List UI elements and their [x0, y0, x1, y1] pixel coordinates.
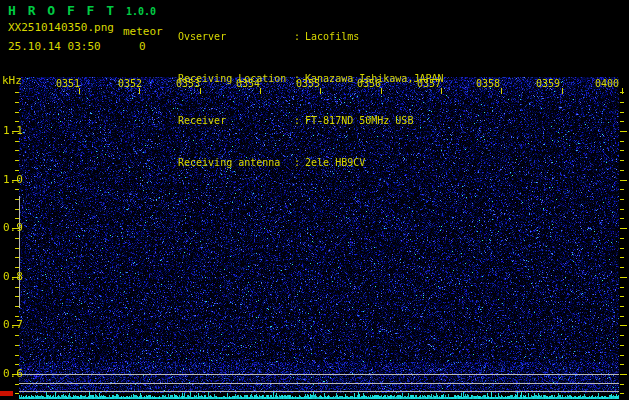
freq-tick-label: 1.1	[3, 124, 23, 137]
axis-tick	[620, 209, 624, 210]
info-label: Ovserver	[178, 30, 294, 44]
axis-tick	[15, 345, 19, 346]
axis-tick	[620, 160, 624, 161]
time-tick-label: 0357	[416, 78, 442, 89]
freq-tick-label: 0.7	[3, 318, 23, 331]
band-marker-line	[19, 383, 619, 384]
info-row-observer: Ovserver:Lacofilms	[178, 30, 444, 44]
axis-tick	[620, 257, 624, 258]
info-label: Receiver	[178, 114, 294, 128]
axis-tick	[620, 306, 624, 307]
info-label: Receiving antenna	[178, 156, 294, 170]
axis-tick	[15, 160, 19, 161]
axis-tick	[620, 374, 627, 375]
axis-tick	[501, 88, 502, 94]
band-marker-line	[19, 374, 619, 375]
freq-tick-label: 1.0	[3, 173, 23, 186]
time-tick-label: 0354	[235, 78, 261, 89]
axis-tick	[15, 364, 19, 365]
info-row-antenna: Receiving antenna:2ele HB9CV	[178, 156, 444, 170]
axis-tick	[15, 218, 19, 219]
axis-tick	[15, 306, 19, 307]
axis-tick	[620, 287, 624, 288]
axis-tick	[620, 325, 627, 326]
axis-tick	[562, 88, 563, 94]
axis-tick	[620, 112, 624, 113]
axis-tick	[620, 316, 624, 317]
axis-tick	[15, 257, 19, 258]
axis-tick	[620, 296, 624, 297]
axis-tick	[620, 189, 624, 190]
axis-tick	[15, 248, 19, 249]
axis-tick	[620, 248, 624, 249]
freq-tick-label: 0.6	[3, 367, 23, 380]
app-version: 1.0.0	[126, 6, 156, 17]
axis-tick	[15, 238, 19, 239]
axis-tick	[620, 170, 624, 171]
axis-tick	[15, 170, 19, 171]
axis-tick	[15, 102, 19, 103]
axis-tick	[15, 121, 19, 122]
time-tick-label: 0358	[475, 78, 501, 89]
axis-tick	[620, 121, 624, 122]
axis-tick	[620, 199, 624, 200]
axis-tick	[15, 189, 19, 190]
axis-tick	[15, 92, 19, 93]
axis-tick	[15, 316, 19, 317]
meteor-count: 0	[139, 40, 146, 53]
freq-tick-label: 0.9	[3, 221, 23, 234]
axis-tick	[620, 355, 624, 356]
time-tick-label: 0353	[175, 78, 201, 89]
axis-tick	[15, 355, 19, 356]
left-calibration-line	[19, 196, 20, 308]
axis-tick	[620, 102, 624, 103]
axis-tick	[620, 92, 624, 93]
info-value: 2ele HB9CV	[305, 157, 365, 168]
info-separator: :	[294, 115, 300, 126]
info-value: Lacofilms	[305, 31, 359, 42]
time-tick-label: 0351	[55, 78, 81, 89]
axis-tick	[15, 287, 19, 288]
axis-tick	[15, 335, 19, 336]
axis-tick	[15, 209, 19, 210]
axis-tick	[620, 267, 624, 268]
axis-tick	[620, 345, 624, 346]
level-strip-red-marker	[0, 391, 13, 396]
freq-axis-unit: kHz	[2, 74, 22, 87]
axis-tick	[620, 131, 627, 132]
observation-datetime: 25.10.14 03:50	[8, 40, 101, 53]
time-tick-label: 0400	[594, 78, 620, 89]
info-separator: :	[294, 157, 300, 168]
axis-tick	[15, 141, 19, 142]
axis-tick	[620, 335, 624, 336]
axis-tick	[620, 384, 624, 385]
app-title: H R O F F T	[8, 3, 116, 18]
axis-tick	[620, 228, 627, 229]
mode-label: meteor	[123, 25, 163, 38]
axis-tick	[620, 393, 624, 394]
info-separator: :	[294, 31, 300, 42]
axis-tick	[620, 150, 624, 151]
band-marker-line	[19, 391, 619, 392]
axis-tick	[15, 112, 19, 113]
axis-tick	[15, 296, 19, 297]
axis-tick	[620, 364, 624, 365]
axis-tick	[620, 141, 624, 142]
axis-tick	[620, 277, 627, 278]
time-tick-label: 0352	[117, 78, 143, 89]
axis-tick	[620, 238, 624, 239]
axis-tick	[15, 267, 19, 268]
axis-tick	[15, 384, 19, 385]
time-tick-label: 0355	[295, 78, 321, 89]
station-info: Ovserver:Lacofilms Receiving Location:Ka…	[178, 2, 444, 198]
axis-tick	[15, 393, 19, 394]
info-row-receiver: Receiver:FT-817ND 50MHz USB	[178, 114, 444, 128]
time-tick-label: 0356	[356, 78, 382, 89]
info-value: FT-817ND 50MHz USB	[305, 115, 413, 126]
axis-tick	[15, 150, 19, 151]
freq-tick-label: 0.8	[3, 270, 23, 283]
time-tick-label: 0359	[535, 78, 561, 89]
axis-tick	[620, 180, 627, 181]
axis-tick	[622, 88, 623, 94]
hrofft-screen: H R O F F T 1.0.0 XX2510140350.png meteo…	[0, 0, 629, 400]
